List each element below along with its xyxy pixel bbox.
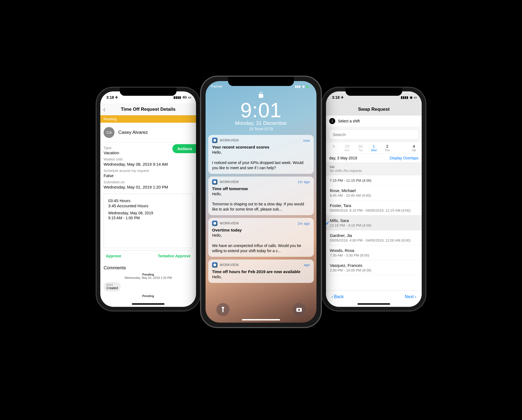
hours-range: 9:15 AM - 1:00 PM — [108, 216, 188, 220]
step-row: 1 Select a shift — [326, 115, 422, 127]
schedule-value: False — [104, 173, 193, 178]
notification-title: Overtime today — [212, 228, 310, 232]
app-name: WORKVIEW — [220, 180, 239, 184]
notch — [346, 88, 402, 96]
notification-title: Your recent scorecard scores — [212, 145, 310, 149]
date-cell[interactable]: 1Wed — [367, 144, 380, 152]
battery-icon: ▭ — [188, 95, 191, 99]
next-button[interactable]: Next› — [405, 294, 416, 299]
comment-date: Wednesday, May 01, 2019 1:20 PM — [100, 276, 196, 279]
lockscreen-buttons — [206, 303, 316, 316]
shift-item[interactable]: Vasquez, Frances2:00 PM - 10:00 PM (8:00… — [326, 260, 422, 275]
screen-right: 3:18 ✈ ▮▮▮▮ ◉ ▭ Swap Request 1 Select a … — [326, 91, 422, 307]
notification-card[interactable]: WORKVIEW1m agoTime off tomorrowHello, To… — [208, 177, 314, 215]
schedule-label: Schedule around my request: — [104, 169, 193, 173]
date-cell[interactable]: 8 — [327, 144, 340, 152]
notification-timestamp: now — [303, 138, 310, 143]
hours-date: Wednesday, May 08, 2019 — [108, 211, 188, 215]
hours-line1: 03:45 Hours — [108, 198, 188, 203]
tentative-approve-button[interactable]: Tentative Approve — [148, 254, 191, 258]
notification-body: Hello, We have an unexpected influx of c… — [212, 233, 310, 254]
status-icons: ▮▮▮▮ 4G ▭ — [173, 95, 191, 99]
check-icon: ✓ — [326, 220, 330, 226]
wifi-icon: ◉ — [302, 85, 305, 88]
status-icons: ▮▮▮▮ ◉ ▭ — [401, 95, 417, 99]
svg-rect-0 — [259, 94, 263, 98]
submitted-label: Submitted on: — [104, 180, 193, 184]
screen-left: 3:18 ✈ ▮▮▮▮ 4G ▭ ‹ Time Off Request Deta… — [100, 91, 196, 307]
notch — [228, 77, 294, 86]
approve-row: Approve Tentative Approve — [104, 250, 193, 261]
shift-name: Vasquez, Frances — [330, 263, 418, 268]
lockscreen-date: Monday, 31 December — [206, 120, 316, 126]
shift-time: 03/05/2019, 8:15 PM - 04/05/2019, 12:15 … — [330, 208, 418, 212]
selected-date-label: day, 3 May 2019 — [329, 156, 357, 160]
comment-author: emp1 — [106, 283, 118, 286]
shift-name: Foster, Tara — [330, 203, 418, 208]
detail-block: Actions Type: Vacation Waitlist until: W… — [100, 143, 196, 190]
lockscreen-hebrew-date: 23 Tevet 5779 — [206, 127, 316, 131]
hours-card: 03:45 Hours 3:45 Accounted Hours Wednesd… — [104, 194, 193, 248]
shift-item[interactable]: Gardner, Jia03/05/2019, 4:00 PM - 04/05/… — [326, 230, 422, 245]
shift-item[interactable]: Woods, Rosa7:30 AM - 3:30 PM (8:00) — [326, 245, 422, 260]
waitlist-label: Waitlist until: — [104, 157, 193, 161]
nav-bar: ‹ Time Off Request Details — [100, 103, 196, 115]
camera-icon[interactable] — [293, 303, 306, 316]
shift-name: Mills, Sara — [330, 218, 418, 223]
notch — [120, 88, 177, 96]
notification-card[interactable]: WORKVIEWnowYour recent scorecard scoresH… — [208, 135, 314, 174]
notification-timestamp: 1m ago — [298, 180, 310, 184]
date-cell[interactable]: 2Thu — [381, 144, 394, 152]
carrier-label: Partner — [211, 84, 223, 88]
screen-center-lockscreen: Partner ▮▮▮ ◉ ▮▭ 9:01 Monday, 31 Decembe… — [206, 81, 316, 323]
app-name: WORKVIEW — [220, 221, 239, 225]
me-sub: No shifts /No requests — [330, 169, 418, 173]
phone-left: 3:18 ✈ ▮▮▮▮ 4G ▭ ‹ Time Off Request Deta… — [97, 88, 200, 311]
shift-list: Rose, Michael6:45 AM - 10:45 AM (4:00)Fo… — [326, 186, 422, 275]
display-overlaps-link[interactable]: Display Overlaps — [390, 156, 418, 160]
battery-icon: ▮▭ — [306, 85, 311, 88]
flashlight-icon[interactable] — [216, 303, 229, 316]
notification-card[interactable]: WORKVIEWagoTime off hours for Feb 2019 a… — [208, 260, 314, 283]
shift-item[interactable]: Rose, Michael6:45 AM - 10:45 AM (4:00) — [326, 186, 422, 200]
status-time: 3:18 ✈ — [332, 95, 344, 100]
me-shift: 7:15 PM - 11:15 PM (4:00) — [326, 175, 422, 186]
status-banner: Pending — [100, 115, 196, 123]
date-cell-selected[interactable]: 3Fri — [394, 144, 407, 152]
signal-icon: ▮▮▮▮ — [173, 95, 181, 99]
shift-time: 03/05/2019, 4:00 PM - 04/05/2019, 12:00 … — [330, 238, 418, 242]
shift-item[interactable]: Foster, Tara03/05/2019, 8:15 PM - 04/05/… — [326, 200, 422, 215]
notification-body: Hello, — [212, 274, 310, 280]
back-button[interactable]: ‹Back — [331, 294, 344, 299]
page-title: Swap Request — [358, 107, 390, 112]
hours-line2: 3:45 Accounted Hours — [108, 203, 188, 208]
date-cell[interactable]: 30Tue — [354, 144, 367, 152]
home-indicator — [358, 303, 390, 305]
app-name: WORKVIEW — [220, 138, 239, 142]
back-icon[interactable]: ‹ — [103, 105, 105, 114]
date-strip[interactable]: 8 29Mon 30Tue 1Wed 2Thu 3Fri 4Sat — [326, 142, 422, 154]
actions-button[interactable]: Actions — [172, 144, 196, 153]
notification-body: Hello, Tomorrow is shaping out to be a s… — [212, 192, 310, 212]
date-cell[interactable]: 29Mon — [340, 144, 354, 152]
shift-name: Gardner, Jia — [330, 233, 418, 238]
comment-status: Pending — [100, 273, 196, 276]
requester-name: Casey Alvarez — [118, 130, 148, 135]
search-input[interactable] — [329, 129, 419, 140]
notification-timestamp: ago — [304, 263, 310, 267]
page-title: Time Off Request Details — [121, 107, 176, 112]
comment-bubble: emp1 Created — [104, 282, 121, 292]
date-cell[interactable]: 4Sat — [407, 144, 421, 152]
phone-right: 3:18 ✈ ▮▮▮▮ ◉ ▭ Swap Request 1 Select a … — [322, 88, 425, 311]
approve-button[interactable]: Approve — [106, 254, 148, 258]
app-icon — [212, 262, 217, 268]
status-icons: ▮▮▮ ◉ ▮▭ — [295, 84, 311, 88]
notification-card[interactable]: WORKVIEW2m agoOvertime todayHello, We ha… — [208, 218, 314, 257]
shift-item[interactable]: ✓Mills, Sara12:15 PM - 4:15 PM (4:00) — [326, 215, 422, 230]
search-wrap — [326, 127, 422, 142]
notification-title: Time off hours for Feb 2019 are now avai… — [212, 269, 310, 274]
notification-body: Hello, I noticed some of your KPIs dropp… — [212, 150, 310, 171]
shift-time: 6:45 AM - 10:45 AM (4:00) — [330, 193, 418, 197]
status-time: 3:18 ✈ — [106, 95, 118, 100]
home-indicator — [242, 319, 280, 320]
